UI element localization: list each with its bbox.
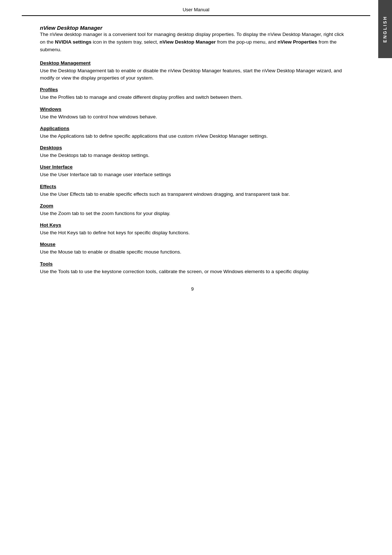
intro-bold-3: nView Properties (278, 39, 317, 45)
subsection-mouse: Mouse Use the Mouse tab to enable or dis… (40, 242, 345, 256)
main-section: nView Desktop Manager The nView desktop … (40, 25, 345, 54)
subsection-user-interface: User Interface Use the User Interface ta… (40, 164, 345, 178)
page-number: 9 (40, 286, 345, 292)
subsection-applications: Applications Use the Applications tab to… (40, 126, 345, 140)
language-sidebar: ENGLISH (378, 0, 392, 58)
text-windows: Use the Windows tab to control how windo… (40, 114, 157, 119)
text-desktops: Use the Desktops tab to manage desktop s… (40, 153, 150, 158)
intro-text-2: icon in the system tray, select, (91, 39, 159, 45)
main-content: nView Desktop Manager The nView desktop … (40, 16, 359, 292)
subsection-tools: Tools Use the Tools tab to use the keyst… (40, 261, 345, 275)
subsection-hot-keys: Hot Keys Use the Hot Keys tab to define … (40, 222, 345, 236)
text-hot-keys: Use the Hot Keys tab to define hot keys … (40, 230, 190, 235)
text-user-interface: Use the User Interface tab to manage use… (40, 172, 171, 177)
text-applications: Use the Applications tab to define speci… (40, 133, 268, 139)
heading-user-interface: User Interface (40, 164, 345, 170)
heading-hot-keys: Hot Keys (40, 222, 345, 228)
subsection-desktop-management: Desktop Management Use the Desktop Manag… (40, 60, 345, 82)
heading-desktop-management: Desktop Management (40, 60, 345, 66)
heading-windows: Windows (40, 106, 345, 112)
heading-tools: Tools (40, 261, 345, 267)
section-title: nView Desktop Manager (40, 25, 102, 31)
heading-effects: Effects (40, 184, 345, 189)
text-profiles: Use the Profiles tab to manage and creat… (40, 94, 242, 100)
text-effects: Use the User Effects tab to enable speci… (40, 191, 290, 197)
heading-profiles: Profiles (40, 87, 345, 92)
text-mouse: Use the Mouse tab to enable or disable s… (40, 249, 181, 255)
subsection-desktops: Desktops Use the Desktops tab to manage … (40, 145, 345, 159)
heading-zoom: Zoom (40, 203, 345, 208)
page-header: User Manual (0, 0, 392, 16)
language-label: ENGLISH (383, 16, 388, 42)
intro-bold-2: nView Desktop Manager (159, 39, 216, 45)
text-tools: Use the Tools tab to use the keystone co… (40, 269, 309, 274)
heading-desktops: Desktops (40, 145, 345, 150)
subsection-zoom: Zoom Use the Zoom tab to set the zoom fu… (40, 203, 345, 217)
header-title: User Manual (183, 7, 209, 12)
subsection-profiles: Profiles Use the Profiles tab to manage … (40, 87, 345, 101)
heading-mouse: Mouse (40, 242, 345, 247)
intro-text-3: from the pop-up menu, and (216, 39, 277, 45)
heading-applications: Applications (40, 126, 345, 131)
text-zoom: Use the Zoom tab to set the zoom functio… (40, 211, 170, 216)
intro-bold-1: NVIDIA settings (55, 39, 91, 45)
subsection-windows: Windows Use the Windows tab to control h… (40, 106, 345, 121)
subsection-effects: Effects Use the User Effects tab to enab… (40, 184, 345, 198)
text-desktop-management: Use the Desktop Management tab to enable… (40, 68, 342, 81)
intro-paragraph: The nView desktop manager is a convenien… (40, 31, 345, 54)
